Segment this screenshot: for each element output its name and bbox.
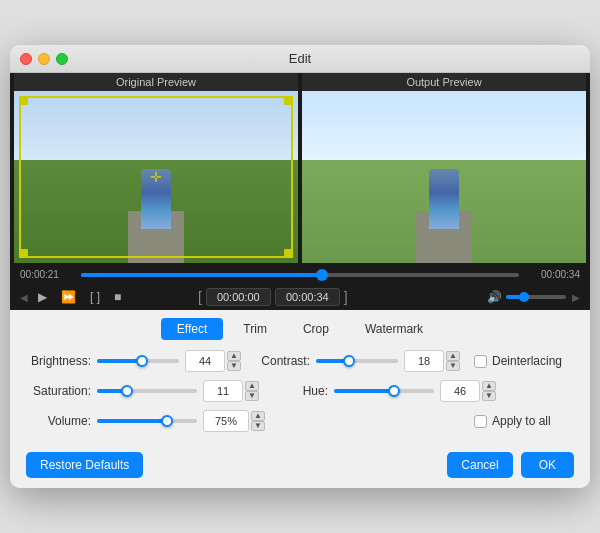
nav-row: ◀ ▶ ⏩ [ ] ■ [ 00:00:00 00:00:34 ] 🔊 ▶ xyxy=(10,284,590,310)
saturation-thumb[interactable] xyxy=(121,385,133,397)
volume-value-group: 75% ▲ ▼ xyxy=(203,410,265,432)
apply-to-all-area: Apply to all xyxy=(474,414,574,428)
timeline-end-time: 00:00:34 xyxy=(525,269,580,280)
saturation-row: Saturation: 11 ▲ ▼ Hue: xyxy=(26,380,574,402)
stop-button[interactable]: ■ xyxy=(110,288,125,306)
ok-button[interactable]: OK xyxy=(521,452,574,478)
saturation-value-group: 11 ▲ ▼ xyxy=(203,380,259,402)
tab-trim[interactable]: Trim xyxy=(227,318,283,340)
volume-thumb[interactable] xyxy=(519,292,529,302)
contrast-value[interactable]: 18 xyxy=(404,350,444,372)
hue-label: Hue: xyxy=(273,384,328,398)
saturation-up[interactable]: ▲ xyxy=(245,381,259,391)
timeline-start-time: 00:00:21 xyxy=(20,269,75,280)
volume-icon: 🔊 xyxy=(487,290,502,304)
restore-defaults-button[interactable]: Restore Defaults xyxy=(26,452,143,478)
fast-forward-button[interactable]: ⏩ xyxy=(57,288,80,306)
hue-down[interactable]: ▼ xyxy=(482,391,496,401)
contrast-stepper: ▲ ▼ xyxy=(446,351,460,371)
tab-watermark[interactable]: Watermark xyxy=(349,318,439,340)
original-preview-image: ✛ xyxy=(14,91,298,263)
frame-step-button[interactable]: [ ] xyxy=(86,288,104,306)
apply-to-all-checkbox[interactable] xyxy=(474,415,487,428)
timecode-section: [ 00:00:00 00:00:34 ] xyxy=(198,288,348,306)
original-preview-label: Original Preview xyxy=(14,73,298,91)
volume-value[interactable]: 75% xyxy=(203,410,249,432)
tab-effect[interactable]: Effect xyxy=(161,318,223,340)
contrast-value-group: 18 ▲ ▼ xyxy=(404,350,460,372)
apply-to-all-label: Apply to all xyxy=(492,414,551,428)
minimize-button[interactable] xyxy=(38,53,50,65)
window-title: Edit xyxy=(289,51,311,66)
brightness-slider[interactable] xyxy=(97,354,179,368)
scene-sky xyxy=(14,91,298,160)
contrast-label: Contrast: xyxy=(255,354,310,368)
saturation-value[interactable]: 11 xyxy=(203,380,243,402)
scene-person xyxy=(141,169,171,229)
hue-up[interactable]: ▲ xyxy=(482,381,496,391)
tab-crop[interactable]: Crop xyxy=(287,318,345,340)
controls-area: Effect Trim Crop Watermark Brightness: 4… xyxy=(10,310,590,488)
deinterlacing-checkbox[interactable] xyxy=(474,355,487,368)
contrast-thumb[interactable] xyxy=(343,355,355,367)
volume-section: 🔊 xyxy=(487,290,566,304)
output-scene-person xyxy=(429,169,459,229)
brightness-value[interactable]: 44 xyxy=(185,350,225,372)
contrast-slider[interactable] xyxy=(316,354,398,368)
volume-ctrl-thumb[interactable] xyxy=(161,415,173,427)
output-preview-panel: Output Preview xyxy=(302,73,586,263)
maximize-button[interactable] xyxy=(56,53,68,65)
output-scene-sky xyxy=(302,91,586,160)
contrast-up[interactable]: ▲ xyxy=(446,351,460,361)
forward-arrow-icon[interactable]: ▶ xyxy=(572,292,580,303)
output-preview-image xyxy=(302,91,586,263)
deinterlacing-area: Deinterlacing xyxy=(474,354,574,368)
volume-stepper: ▲ ▼ xyxy=(251,411,265,431)
brightness-up[interactable]: ▲ xyxy=(227,351,241,361)
volume-ctrl-fill xyxy=(97,419,167,423)
deinterlacing-label: Deinterlacing xyxy=(492,354,562,368)
out-bracket: ] xyxy=(344,289,348,305)
volume-down[interactable]: ▼ xyxy=(251,421,265,431)
cancel-button[interactable]: Cancel xyxy=(447,452,512,478)
hue-fill xyxy=(334,389,394,393)
tabs-row: Effect Trim Crop Watermark xyxy=(10,310,590,346)
play-button[interactable]: ▶ xyxy=(34,288,51,306)
brightness-thumb[interactable] xyxy=(136,355,148,367)
preview-area: Original Preview ✛ Output Preview xyxy=(10,73,590,263)
brightness-stepper: ▲ ▼ xyxy=(227,351,241,371)
back-arrow-icon[interactable]: ◀ xyxy=(20,292,28,303)
sliders-area: Brightness: 44 ▲ ▼ Contrast: xyxy=(10,346,590,444)
timeline-progress xyxy=(81,273,322,277)
right-buttons: Cancel OK xyxy=(447,452,574,478)
close-button[interactable] xyxy=(20,53,32,65)
brightness-row: Brightness: 44 ▲ ▼ Contrast: xyxy=(26,350,574,372)
hue-value[interactable]: 46 xyxy=(440,380,480,402)
hue-slider[interactable] xyxy=(334,384,434,398)
saturation-slider[interactable] xyxy=(97,384,197,398)
saturation-stepper: ▲ ▼ xyxy=(245,381,259,401)
brightness-label: Brightness: xyxy=(26,354,91,368)
original-preview-panel: Original Preview ✛ xyxy=(14,73,298,263)
timeline-track[interactable] xyxy=(81,273,519,277)
output-preview-label: Output Preview xyxy=(302,73,586,91)
brightness-down[interactable]: ▼ xyxy=(227,361,241,371)
bottom-row: Restore Defaults Cancel OK xyxy=(10,444,590,488)
volume-track[interactable] xyxy=(506,295,566,299)
contrast-down[interactable]: ▼ xyxy=(446,361,460,371)
timeline-thumb[interactable] xyxy=(316,269,328,281)
volume-up[interactable]: ▲ xyxy=(251,411,265,421)
volume-row: Volume: 75% ▲ ▼ Apply to all xyxy=(26,410,574,432)
in-point-timecode[interactable]: 00:00:00 xyxy=(206,288,271,306)
titlebar: Edit xyxy=(10,45,590,73)
volume-label: Volume: xyxy=(26,414,91,428)
window-controls xyxy=(20,53,68,65)
out-point-timecode[interactable]: 00:00:34 xyxy=(275,288,340,306)
hue-thumb[interactable] xyxy=(388,385,400,397)
volume-ctrl-slider[interactable] xyxy=(97,414,197,428)
in-bracket: [ xyxy=(198,289,202,305)
saturation-label: Saturation: xyxy=(26,384,91,398)
hue-value-group: 46 ▲ ▼ xyxy=(440,380,496,402)
saturation-down[interactable]: ▼ xyxy=(245,391,259,401)
edit-window: Edit Original Preview ✛ Output xyxy=(10,45,590,488)
